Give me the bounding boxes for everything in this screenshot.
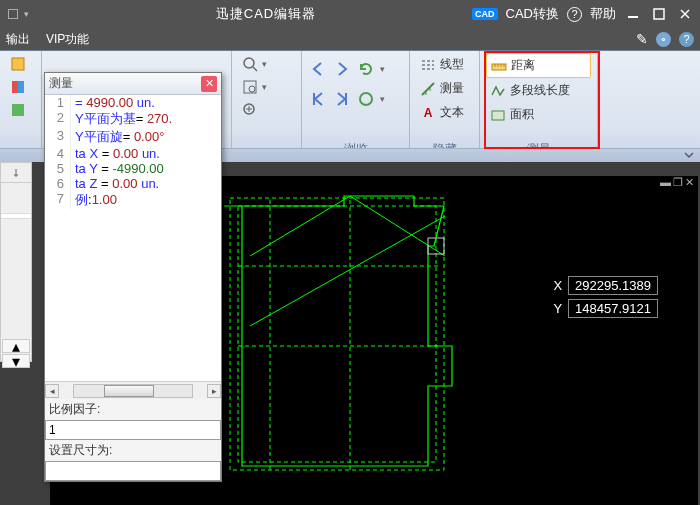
text-label: 文本 [440,104,464,121]
cad-badge: CAD [472,8,498,20]
svg-rect-6 [18,81,24,93]
zoom-window-icon[interactable]: ▾ [238,76,271,98]
tab-export[interactable]: 输出 [6,31,30,48]
ribbon-expander-icon[interactable] [680,148,698,162]
svg-line-9 [253,67,257,71]
scale-factor-input[interactable] [45,420,221,440]
close-button[interactable] [676,7,694,21]
ribbon-item-b[interactable] [6,76,30,98]
polyline-length-label: 多段线长度 [510,82,570,99]
zoom-fit-icon[interactable]: ▾ [238,53,271,75]
ribbon-item-a[interactable] [6,53,30,75]
measurement-panel[interactable]: 测量 ✕ 1= 4990.00 un. 2Y平面为基= 270. 3Y平面旋= … [44,72,222,482]
hscroll-left-icon[interactable]: ◂ [45,384,59,398]
hscroll-right-icon[interactable]: ▸ [207,384,221,398]
maximize-button[interactable] [650,7,668,21]
ribbon-item-c[interactable] [6,99,30,121]
app-title: 迅捷CAD编辑器 [60,5,472,23]
doclist-scroll-down[interactable]: ▾ [2,354,30,368]
svg-rect-7 [12,104,24,116]
panel-body: 1= 4990.00 un. 2Y平面为基= 270. 3Y平面旋= 0.00°… [45,95,221,381]
set-size-label: 设置尺寸为: [45,440,221,461]
polyline-length-button[interactable]: 多段线长度 [486,79,591,102]
distance-button[interactable]: 距离 [486,53,591,78]
nav-cycle-icon[interactable] [356,89,376,109]
svg-rect-1 [654,9,664,19]
minimize-button[interactable] [624,7,642,21]
coord-x-label: X [553,278,562,293]
set-size-input[interactable] [45,461,221,481]
pin-icon[interactable] [1,163,31,183]
pen-icon[interactable]: ✎ [636,31,648,47]
svg-rect-4 [12,58,24,70]
coord-y-value: 148457.9121 [568,299,658,318]
scale-factor-label: 比例因子: [45,399,221,420]
measure-toggle-label: 测量 [440,80,464,97]
distance-label: 距离 [511,57,535,74]
help-icon[interactable]: ? [567,7,582,22]
nav-right-icon[interactable] [332,59,352,79]
ruler-icon [491,58,507,74]
coord-x-value: 292295.1389 [568,276,658,295]
tab-vip[interactable]: VIP功能 [46,31,89,48]
svg-rect-5 [12,81,18,93]
svg-rect-22 [230,198,444,470]
nav-last-icon[interactable] [332,89,352,109]
qat-icon-1[interactable] [8,9,18,19]
panel-close-button[interactable]: ✕ [201,76,217,92]
hscroll-thumb[interactable] [104,385,154,397]
svg-rect-23 [238,206,436,462]
panel-hscroll[interactable]: ◂ ▸ [45,381,221,399]
qat-dropdown-icon[interactable]: ▾ [24,9,29,19]
linetype-label: 线型 [440,56,464,73]
svg-point-11 [249,86,255,92]
nav-first-icon[interactable] [308,89,328,109]
nav-refresh-icon[interactable] [356,59,376,79]
linetype-button[interactable]: 线型 [416,53,468,76]
svg-rect-21 [492,111,504,120]
area-button[interactable]: 面积 [486,103,591,126]
svg-point-15 [360,93,372,105]
area-icon [490,107,506,123]
area-label: 面积 [510,106,534,123]
text-button[interactable]: A文本 [416,101,468,124]
cad-convert-link[interactable]: CAD转换 [506,5,559,23]
zoom-extents-icon[interactable] [238,99,271,121]
info-icon[interactable]: ? [679,32,694,47]
panel-title: 测量 [49,75,73,92]
coord-y-label: Y [553,301,562,316]
nav-left-icon[interactable] [308,59,328,79]
help-link[interactable]: 帮助 [590,5,616,23]
polyline-icon [490,83,506,99]
left-dock: ▴ ▾ [0,162,32,362]
user-icon[interactable]: ∘ [656,32,671,47]
svg-point-8 [244,58,254,68]
measure-toggle-button[interactable]: 测量 [416,77,468,100]
